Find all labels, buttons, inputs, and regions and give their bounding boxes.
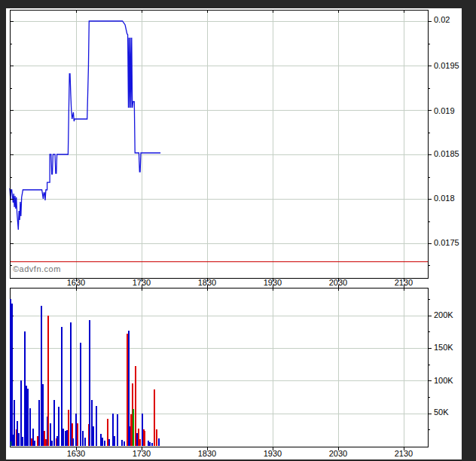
volume-bar <box>148 441 149 446</box>
volume-bar <box>58 407 60 446</box>
price-axis-label: 0.0185 <box>434 149 459 158</box>
price-axis-label: 0.019 <box>434 106 455 115</box>
volume-bar <box>100 434 102 447</box>
volume-bar <box>154 389 155 446</box>
volume-bar <box>130 414 132 446</box>
time-axis-label: 2030 <box>326 278 350 287</box>
time-axis-label: 1830 <box>195 278 219 287</box>
volume-bar <box>127 334 128 446</box>
volume-bar <box>27 389 29 446</box>
volume-bar <box>124 441 125 446</box>
price-axis-label: 0.018 <box>434 194 455 203</box>
volume-bar <box>139 439 141 446</box>
volume-axis-label: 100K <box>434 376 453 385</box>
volume-bar <box>102 438 103 446</box>
time-axis-label: 1730 <box>130 449 154 458</box>
volume-bar <box>34 441 35 446</box>
volume-bar <box>82 431 84 446</box>
time-axis-label: 1630 <box>64 278 88 287</box>
price-axis-label: 0.0175 <box>434 238 459 247</box>
volume-bar <box>63 429 64 446</box>
volume-bar <box>114 436 115 446</box>
advfn-watermark: ©advfn.com <box>13 264 61 273</box>
volume-bar <box>121 440 123 446</box>
volume-bar <box>108 439 110 446</box>
volume-bar <box>142 414 143 446</box>
volume-bar <box>72 438 74 446</box>
volume-bar <box>158 438 160 446</box>
time-axis-label: 1630 <box>64 449 88 458</box>
volume-bar <box>117 414 118 446</box>
volume-bar <box>133 409 134 446</box>
volume-bar <box>11 304 13 446</box>
volume-bar <box>10 299 11 446</box>
volume-bar <box>18 433 20 446</box>
volume-bar <box>138 429 139 446</box>
volume-bar <box>80 343 81 446</box>
volume-bar <box>91 400 93 447</box>
volume-bar <box>149 442 151 446</box>
time-axis-label: 2130 <box>392 449 416 458</box>
volume-bar <box>135 366 136 446</box>
volume-axis-label: 50K <box>434 408 449 417</box>
volume-bar <box>66 430 68 446</box>
volume-bar <box>93 426 94 446</box>
volume-axis-label: 150K <box>434 343 453 352</box>
time-axis-label: 1930 <box>261 449 285 458</box>
volume-bar <box>104 441 105 446</box>
time-axis-label: 1830 <box>195 449 219 458</box>
chart-panel <box>6 8 462 459</box>
volume-bar <box>20 380 22 446</box>
volume-bar <box>56 436 58 446</box>
volume-bar <box>14 400 15 446</box>
volume-bar <box>68 410 69 446</box>
time-axis-label: 1930 <box>261 278 285 287</box>
price-axis-label: 0.02 <box>434 15 450 24</box>
volume-bar <box>96 406 97 446</box>
volume-bar <box>144 431 145 446</box>
time-axis-label: 2030 <box>326 449 350 458</box>
volume-bar <box>37 436 38 446</box>
volume-bar <box>38 400 40 446</box>
volume-bar <box>89 320 90 446</box>
volume-bar <box>31 438 32 446</box>
volume-bar <box>61 327 63 446</box>
volume-bar <box>50 423 51 446</box>
volume-bar <box>44 431 45 446</box>
volume-bar <box>156 429 157 446</box>
chart-canvas <box>0 0 476 461</box>
volume-bar <box>32 429 34 446</box>
volume-bar <box>112 414 114 446</box>
volume-bar <box>84 438 86 446</box>
volume-bar <box>53 400 55 447</box>
volume-bar <box>70 322 72 447</box>
volume-bar <box>72 423 73 446</box>
price-axis-label: 0.0195 <box>434 61 459 70</box>
volume-bar <box>26 386 27 446</box>
volume-bar <box>136 433 138 446</box>
volume-bar <box>51 441 53 446</box>
volume-bar <box>47 316 49 446</box>
volume-axis-label: 200K <box>434 310 453 319</box>
volume-bar <box>77 423 78 446</box>
volume-bar <box>107 419 108 446</box>
time-axis-label: 2130 <box>392 278 416 287</box>
advfn-chart-image: 0.02 0.0195 0.019 0.0185 0.018 0.0175 20… <box>0 0 476 461</box>
time-axis-label: 1730 <box>130 278 154 287</box>
volume-bar <box>17 421 18 446</box>
volume-bar <box>151 443 153 446</box>
volume-bar <box>24 331 26 446</box>
volume-bar <box>41 306 42 446</box>
volume-bar <box>22 437 23 446</box>
